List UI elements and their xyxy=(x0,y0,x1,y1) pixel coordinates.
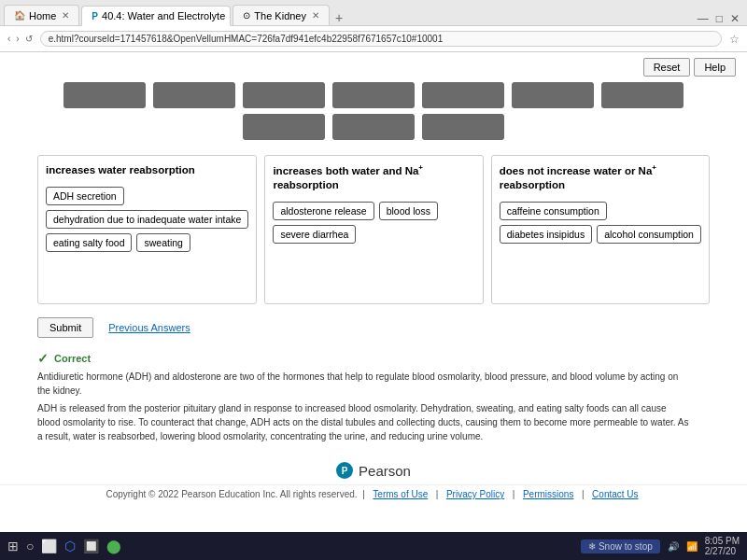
reset-button[interactable]: Reset xyxy=(643,58,691,77)
col3-tags: caffeine consumption diabetes insipidus … xyxy=(500,202,701,244)
back-button[interactable]: ‹ xyxy=(7,34,10,44)
drop-row-2 xyxy=(243,114,504,140)
tag-diabetes-insipidus[interactable]: diabetes insipidus xyxy=(500,225,592,244)
toolbar: Reset Help xyxy=(0,52,747,82)
drop-box-7[interactable] xyxy=(601,82,684,108)
privacy-link[interactable]: Privacy Policy xyxy=(446,489,504,499)
col1-title: increases water reabsorption xyxy=(46,163,248,177)
col2-title: increases both water and Na+ reabsorptio… xyxy=(273,163,474,192)
tag-alcohol[interactable]: alcohol consumption xyxy=(597,225,701,244)
minimize-button[interactable]: — xyxy=(698,12,709,25)
drop-box-9[interactable] xyxy=(332,114,415,140)
pearson-name: Pearson xyxy=(359,463,411,479)
column-increases-water: increases water reabsorption ADH secreti… xyxy=(37,155,257,304)
taskbar-volume[interactable]: 🔊 xyxy=(668,541,679,552)
tag-dehydration[interactable]: dehydration due to inadequate water inta… xyxy=(46,210,248,229)
col2-tags: aldosterone release blood loss severe di… xyxy=(273,202,474,244)
maximize-button[interactable]: □ xyxy=(716,12,723,25)
correct-header: ✓ Correct xyxy=(37,351,710,366)
pearson-tab-icon: P xyxy=(92,11,98,21)
taskbar-right: ❄ Snow to stop 🔊 📶 8:05 PM 2/27/20 xyxy=(581,536,740,556)
new-tab-button[interactable]: + xyxy=(335,10,343,25)
address-input[interactable] xyxy=(40,31,722,47)
forward-button[interactable]: › xyxy=(16,34,19,44)
check-icon: ✓ xyxy=(37,351,49,366)
drop-box-5[interactable] xyxy=(422,82,504,108)
nav-icons: ‹ › ↺ xyxy=(7,34,33,44)
taskbar-clock[interactable]: 8:05 PM 2/27/20 xyxy=(705,536,740,556)
feedback-paragraph2: ADH is released from the posterior pitui… xyxy=(37,401,691,443)
reload-button[interactable]: ↺ xyxy=(25,34,33,44)
drop-box-2[interactable] xyxy=(153,82,235,108)
search-taskbar-icon[interactable]: ○ xyxy=(26,539,34,553)
copyright-text: Copyright © 2022 Pearson Education Inc. … xyxy=(106,489,357,499)
previous-answers-link[interactable]: Previous Answers xyxy=(108,322,190,333)
tag-adh-secretion[interactable]: ADH secretion xyxy=(46,187,124,205)
tag-sweating[interactable]: sweating xyxy=(136,233,190,252)
address-bar: ‹ › ↺ ☆ xyxy=(0,26,747,52)
feedback-paragraph1: Antidiuretic hormone (ADH) and aldostero… xyxy=(37,370,691,398)
tag-eating-salty[interactable]: eating salty food xyxy=(46,233,132,252)
kidney-tab-icon: ⊙ xyxy=(243,10,250,21)
col1-tags: ADH secretion dehydration due to inadequ… xyxy=(46,187,248,252)
close-button[interactable]: ✕ xyxy=(730,12,740,25)
browser-tabs: 🏠 Home ✕ P 40.4: Water and Electrolyte ✕… xyxy=(0,0,747,26)
star-icon[interactable]: ☆ xyxy=(729,33,740,46)
drop-box-6[interactable] xyxy=(512,82,594,108)
windows-icon[interactable]: ⊞ xyxy=(7,539,19,553)
drop-box-3[interactable] xyxy=(243,82,325,108)
drop-box-8[interactable] xyxy=(243,114,325,140)
drop-row-1 xyxy=(63,82,684,108)
tab-close-kidney[interactable]: ✕ xyxy=(312,10,319,21)
tab-kidney[interactable]: ⊙ The Kidney ✕ xyxy=(233,5,330,25)
pearson-brand: P Pearson xyxy=(0,451,747,484)
taskview-icon[interactable]: ⬜ xyxy=(41,539,57,553)
office-icon[interactable]: 🔲 xyxy=(83,539,99,553)
col3-title: does not increase water or Na+ reabsorpt… xyxy=(500,163,701,192)
tag-caffeine[interactable]: caffeine consumption xyxy=(500,202,607,220)
tag-blood-loss[interactable]: blood loss xyxy=(379,202,438,220)
tag-aldosterone[interactable]: aldosterone release xyxy=(273,202,374,220)
home-icon: 🏠 xyxy=(14,10,25,21)
chrome-icon[interactable]: ⬤ xyxy=(106,539,121,553)
drop-box-10[interactable] xyxy=(422,114,504,140)
drop-box-1[interactable] xyxy=(63,82,146,108)
tag-severe-diarrhea[interactable]: severe diarrhea xyxy=(273,225,356,244)
snow-button[interactable]: ❄ Snow to stop xyxy=(581,539,660,553)
submit-button[interactable]: Submit xyxy=(37,317,93,338)
drop-box-4[interactable] xyxy=(332,82,415,108)
drop-zones-area xyxy=(0,82,747,147)
contact-link[interactable]: Contact Us xyxy=(592,489,638,499)
taskbar-network[interactable]: 📶 xyxy=(686,541,698,552)
page-content: Reset Help increases water reabsorption … xyxy=(0,52,747,560)
correct-label: Correct xyxy=(54,353,91,364)
tab-home[interactable]: 🏠 Home ✕ xyxy=(4,5,79,25)
taskbar: ⊞ ○ ⬜ ⬡ 🔲 ⬤ ❄ Snow to stop 🔊 📶 8:05 PM 2… xyxy=(0,532,747,560)
pearson-logo: P xyxy=(336,462,353,479)
tab-water-electrolyte[interactable]: P 40.4: Water and Electrolyte ✕ xyxy=(81,6,231,26)
permissions-link[interactable]: Permissions xyxy=(523,489,573,499)
footer: Copyright © 2022 Pearson Education Inc. … xyxy=(0,484,747,507)
submit-row: Submit Previous Answers xyxy=(0,308,747,343)
columns-area: increases water reabsorption ADH secreti… xyxy=(0,151,747,308)
column-no-increase: does not increase water or Na+ reabsorpt… xyxy=(491,155,710,304)
feedback-area: ✓ Correct Antidiuretic hormone (ADH) and… xyxy=(0,343,747,451)
terms-link[interactable]: Terms of Use xyxy=(373,489,428,499)
column-increases-both: increases both water and Na+ reabsorptio… xyxy=(264,155,483,304)
edge-icon[interactable]: ⬡ xyxy=(64,539,76,553)
help-button[interactable]: Help xyxy=(694,58,736,77)
tab-close-home[interactable]: ✕ xyxy=(62,10,69,21)
